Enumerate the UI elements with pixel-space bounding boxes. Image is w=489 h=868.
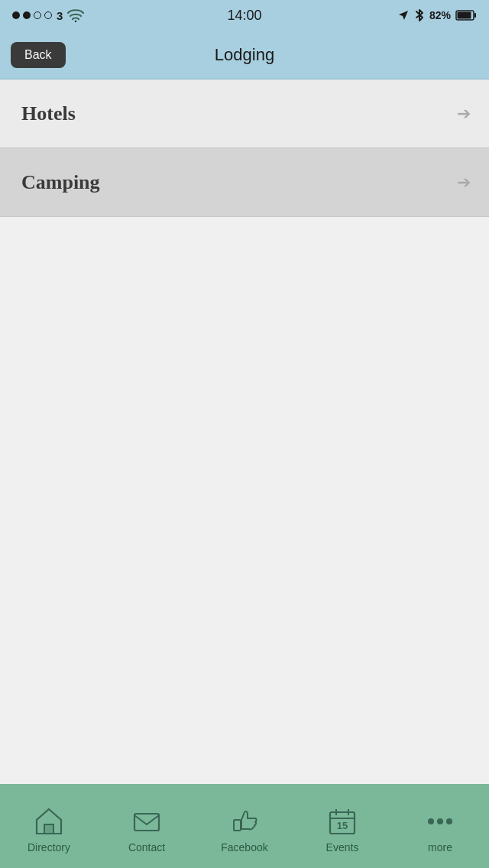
more-icon bbox=[423, 805, 457, 838]
status-right: 82% bbox=[397, 8, 477, 23]
tab-contact-label: Contact bbox=[128, 841, 165, 853]
svg-rect-3 bbox=[458, 12, 471, 19]
svg-rect-2 bbox=[474, 13, 476, 18]
battery-label: 82% bbox=[429, 9, 451, 21]
tab-more[interactable]: more bbox=[394, 805, 486, 853]
status-left: 3 bbox=[12, 8, 84, 22]
tab-facebook[interactable]: Facebook bbox=[199, 805, 290, 853]
svg-text:15: 15 bbox=[337, 820, 348, 831]
signal-dots bbox=[12, 11, 52, 19]
carrier-label: 3 bbox=[57, 9, 63, 22]
svg-point-15 bbox=[428, 818, 434, 824]
svg-point-0 bbox=[75, 21, 76, 22]
camping-arrow-icon: ➔ bbox=[457, 173, 471, 193]
tab-bar: Directory Contact Facebook bbox=[0, 784, 489, 868]
tab-events-label: Events bbox=[326, 841, 359, 853]
battery-icon bbox=[455, 9, 477, 21]
camping-label: Camping bbox=[21, 171, 100, 194]
page-title: Lodging bbox=[215, 45, 274, 65]
contact-icon bbox=[130, 805, 164, 838]
hotels-item[interactable]: Hotels ➔ bbox=[0, 79, 489, 148]
bluetooth-icon bbox=[414, 8, 425, 23]
svg-point-17 bbox=[446, 818, 452, 824]
status-time: 14:00 bbox=[227, 8, 261, 24]
nav-bar: Back Lodging bbox=[0, 31, 489, 79]
location-icon bbox=[397, 9, 410, 21]
hotels-arrow-icon: ➔ bbox=[457, 104, 471, 124]
svg-point-16 bbox=[437, 818, 443, 824]
tab-contact[interactable]: Contact bbox=[101, 805, 193, 853]
svg-rect-9 bbox=[234, 820, 241, 831]
tab-directory-label: Directory bbox=[28, 841, 70, 853]
tab-facebook-label: Facebook bbox=[221, 841, 267, 853]
status-bar: 3 14:00 82% bbox=[0, 0, 489, 31]
svg-rect-7 bbox=[46, 826, 52, 834]
directory-icon bbox=[32, 805, 66, 838]
wifi-icon bbox=[67, 8, 84, 22]
camping-item[interactable]: Camping ➔ bbox=[0, 148, 489, 217]
content-area: Hotels ➔ Camping ➔ bbox=[0, 79, 489, 784]
svg-rect-8 bbox=[134, 814, 159, 831]
facebook-icon bbox=[228, 805, 261, 838]
tab-events[interactable]: 15 Events bbox=[296, 805, 388, 853]
back-button[interactable]: Back bbox=[11, 42, 66, 68]
events-icon: 15 bbox=[325, 805, 359, 838]
hotels-label: Hotels bbox=[21, 102, 76, 125]
empty-content bbox=[0, 217, 489, 784]
tab-directory[interactable]: Directory bbox=[3, 805, 95, 853]
tab-more-label: more bbox=[428, 841, 452, 853]
